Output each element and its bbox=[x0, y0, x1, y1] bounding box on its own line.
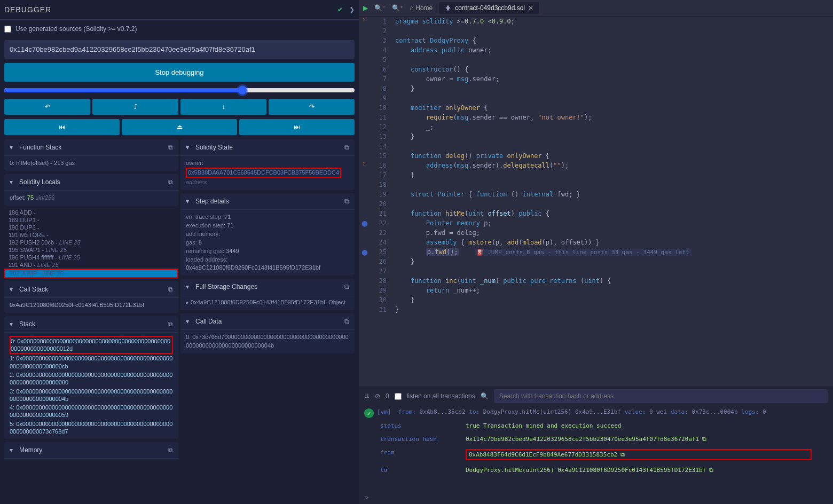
generated-sources-label: Use generated sources (Solidity >= v0.7.… bbox=[15, 25, 137, 33]
call-data-header[interactable]: ▾ Call Data ⧉ bbox=[180, 313, 355, 330]
chevron-right-icon[interactable]: ❯ bbox=[349, 6, 355, 13]
caret-down-icon: ▾ bbox=[10, 446, 15, 454]
gas-hint: ⛽ JUMP costs 8 gas - this line costs 33 … bbox=[475, 249, 691, 256]
copy-icon[interactable]: ⧉ bbox=[168, 286, 173, 293]
terminal-body[interactable]: ✓ [vm] from: 0xAb8...35cb2 to: DodgyProx… bbox=[359, 405, 833, 491]
memory-header[interactable]: ▾ Memory ⧉ bbox=[4, 442, 178, 459]
stack-item: 2: 0x00000000000000000000000000000000000… bbox=[10, 371, 173, 387]
opcode-row[interactable]: 196 PUSH4 ffffffff - LINE 25 bbox=[4, 254, 178, 261]
tx-summary[interactable]: [vm] from: 0xAb8...35cb2 to: DodgyProxy.… bbox=[377, 408, 766, 415]
caret-down-icon: ▾ bbox=[10, 178, 15, 186]
copy-icon[interactable]: ⧉ bbox=[344, 318, 349, 325]
caret-down-icon: ▾ bbox=[10, 320, 15, 328]
copy-icon[interactable]: ⧉ bbox=[168, 446, 173, 454]
caret-down-icon: ▾ bbox=[10, 286, 15, 293]
terminal-panel: ⇊ ⊘ 0 listen on all transactions 🔍 ✓ [vm… bbox=[359, 387, 833, 504]
caret-down-icon: ▾ bbox=[186, 144, 191, 151]
stack-item: 3: 0x00000000000000000000000000000000000… bbox=[10, 387, 173, 404]
breakpoint-gutter[interactable]: ⬚ ⬚ ● ● bbox=[359, 17, 371, 387]
from-address-highlighted: 0xAb8483F64d9C6d1EcF9b849Ae677dD3315835c… bbox=[466, 449, 812, 460]
copy-icon[interactable]: ⧉ bbox=[620, 451, 625, 458]
stack-item: 5: 0x00000000000000000000000000000000000… bbox=[10, 420, 173, 436]
file-tab[interactable]: contract-049d3ccb9d.sol ✕ bbox=[439, 2, 539, 14]
opcode-row[interactable]: 201 AND - LINE 25 bbox=[4, 261, 178, 269]
breakpoint-icon[interactable]: ● bbox=[359, 247, 371, 257]
function-stack-header[interactable]: ▾ Function Stack ⧉ bbox=[4, 139, 178, 156]
jump-prev-breakpoint-button[interactable]: ⏮ bbox=[4, 119, 120, 135]
check-icon[interactable]: ✔ bbox=[337, 6, 343, 13]
debugger-panel: DEBUGGER ✔ ❯ Use generated sources (Soli… bbox=[0, 0, 359, 504]
caret-down-icon: ▾ bbox=[10, 144, 15, 151]
stop-debugging-button[interactable]: Stop debugging bbox=[4, 63, 355, 82]
solidity-state-header[interactable]: ▾ Solidity State ⧉ bbox=[180, 139, 355, 156]
code-content[interactable]: pragma solidity >=0.7.0 <0.9.0; contract… bbox=[392, 17, 833, 387]
copy-icon[interactable]: ⧉ bbox=[168, 144, 173, 151]
opcode-row[interactable]: 190 DUP3 - bbox=[4, 224, 178, 231]
call-stack-panel: ▾ Call Stack ⧉ 0x4a9C121080f6D9250Fc0143… bbox=[4, 281, 178, 313]
home-tab[interactable]: ⌂ Home bbox=[410, 4, 433, 12]
zoom-out-icon[interactable]: 🔍⁻ bbox=[374, 4, 386, 12]
memory-panel: ▾ Memory ⧉ bbox=[4, 442, 178, 459]
tx-hash-input[interactable]: 0x114c70be982cbed9a41220329658ce2f5bb230… bbox=[4, 40, 355, 59]
collapse-icon[interactable]: ⇊ bbox=[364, 392, 370, 400]
owner-address-highlighted: 0x5B38DA6A701C568545DCFCB03FCB875F56BEDD… bbox=[186, 168, 341, 178]
zoom-in-icon[interactable]: 🔍⁺ bbox=[392, 4, 403, 12]
block-icon[interactable]: ⊘ bbox=[375, 392, 380, 400]
line-number-gutter: 1234567891011121314151617181920212223242… bbox=[371, 17, 392, 387]
opcode-row-active[interactable]: 202 JUMP - LINE 25 bbox=[4, 269, 178, 278]
generated-sources-checkbox[interactable] bbox=[4, 26, 11, 33]
copy-icon[interactable]: ⧉ bbox=[168, 178, 173, 186]
step-details-header[interactable]: ▾ Step details ⧉ bbox=[180, 193, 355, 210]
close-icon[interactable]: ✕ bbox=[528, 4, 533, 12]
step-over-back-button[interactable]: ⤴ bbox=[92, 99, 178, 115]
stack-item: 0: 0x00000000000000000000000000000000000… bbox=[10, 336, 173, 355]
opcodes-list[interactable]: 186 ADD - 189 DUP1 - 190 DUP3 - 191 MSTO… bbox=[4, 209, 178, 278]
caret-down-icon: ▾ bbox=[186, 283, 191, 290]
full-storage-header[interactable]: ▾ Full Storage Changes ⧉ bbox=[180, 279, 355, 295]
terminal-header: ⇊ ⊘ 0 listen on all transactions 🔍 bbox=[359, 387, 833, 405]
tx-to-row: to DodgyProxy.hitMe(uint256) 0x4a9C12108… bbox=[364, 463, 828, 477]
step-into-button[interactable]: ↓ bbox=[180, 99, 266, 115]
call-stack-header[interactable]: ▾ Call Stack ⧉ bbox=[4, 281, 178, 298]
copy-icon[interactable]: ⧉ bbox=[168, 320, 173, 328]
run-icon[interactable]: ▶ bbox=[363, 4, 368, 12]
copy-icon[interactable]: ⧉ bbox=[344, 198, 349, 205]
caret-down-icon: ▾ bbox=[186, 198, 191, 205]
stack-header[interactable]: ▾ Stack ⧉ bbox=[4, 316, 178, 333]
function-stack-item: 0: hitMe(offset) - 213 gas bbox=[4, 156, 178, 171]
search-icon[interactable]: 🔍 bbox=[481, 392, 489, 400]
jump-next-breakpoint-button[interactable]: ⏭ bbox=[239, 119, 355, 135]
step-back-button[interactable]: ↶ bbox=[4, 99, 90, 115]
step-slider[interactable] bbox=[4, 88, 355, 92]
terminal-prompt[interactable]: > bbox=[359, 491, 833, 504]
solidity-state-panel: ▾ Solidity State ⧉ owner: 0x5B38DA6A701C… bbox=[180, 139, 355, 190]
opcode-row[interactable]: 189 DUP1 - bbox=[4, 216, 178, 224]
copy-icon[interactable]: ⧉ bbox=[702, 436, 706, 443]
editor-panel: ▶ 🔍⁻ 🔍⁺ ⌂ Home contract-049d3ccb9d.sol ✕… bbox=[359, 0, 833, 504]
copy-icon[interactable]: ⧉ bbox=[709, 467, 713, 474]
opcode-row[interactable]: 195 SWAP1 - LINE 25 bbox=[4, 246, 178, 254]
stack-item: 1: 0x00000000000000000000000000000000000… bbox=[10, 354, 173, 371]
terminal-search-input[interactable] bbox=[494, 389, 828, 403]
stack-item: 4: 0x00000000000000000000000000000000000… bbox=[10, 403, 173, 420]
tx-hash-row: transaction hash 0x114c70be982cbed9a4122… bbox=[364, 432, 828, 446]
warning-icon: ⬚ bbox=[359, 17, 371, 26]
tx-status-row: status true Transaction mined and execut… bbox=[364, 419, 828, 432]
debugger-header: DEBUGGER ✔ ❯ bbox=[0, 0, 359, 20]
opcode-row[interactable]: 186 ADD - bbox=[4, 209, 178, 216]
generated-sources-row[interactable]: Use generated sources (Solidity >= v0.7.… bbox=[0, 20, 359, 38]
call-stack-item: 0x4a9C121080f6D9250Fc0143f41B595fD172E31… bbox=[4, 298, 178, 313]
function-stack-panel: ▾ Function Stack ⧉ 0: hitMe(offset) - 21… bbox=[4, 139, 178, 171]
copy-icon[interactable]: ⧉ bbox=[344, 283, 349, 290]
tx-from-row: from 0xAb8483F64d9C6d1EcF9b849Ae677dD331… bbox=[364, 446, 828, 463]
step-over-forward-button[interactable]: ↷ bbox=[269, 99, 355, 115]
breakpoint-icon[interactable]: ● bbox=[359, 218, 371, 228]
copy-icon[interactable]: ⧉ bbox=[344, 144, 349, 151]
opcode-row[interactable]: 191 MSTORE - bbox=[4, 231, 178, 239]
opcode-row[interactable]: 192 PUSH2 00cb - LINE 25 bbox=[4, 239, 178, 246]
jump-out-button[interactable]: ⏏ bbox=[122, 119, 237, 135]
solidity-locals-header[interactable]: ▾ Solidity Locals ⧉ bbox=[4, 174, 178, 191]
full-storage-panel: ▾ Full Storage Changes ⧉ ▸ 0x4a9C121080f… bbox=[180, 279, 355, 310]
code-editor[interactable]: ⬚ ⬚ ● ● 12345678910111213141516171819202… bbox=[359, 17, 833, 387]
listen-checkbox[interactable] bbox=[395, 393, 402, 400]
